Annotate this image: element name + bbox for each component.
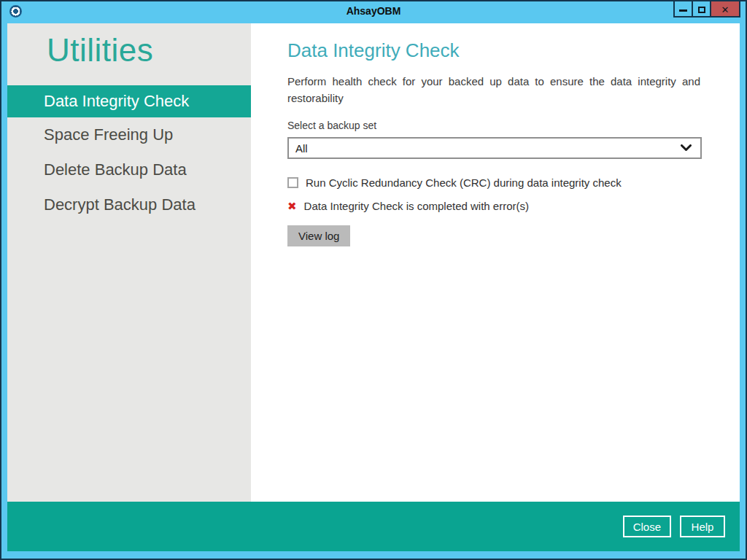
sidebar-item-delete-backup-data[interactable]: Delete Backup Data [7, 152, 251, 187]
content-title: Data Integrity Check [287, 39, 702, 62]
maximize-button[interactable] [692, 0, 711, 18]
backup-set-select[interactable]: All [287, 137, 702, 159]
sidebar-nav: Data Integrity Check Space Freeing Up De… [7, 85, 251, 222]
status-message: Data Integrity Check is completed with e… [304, 200, 529, 212]
minimize-icon [679, 9, 687, 12]
backup-set-selected-value: All [295, 142, 308, 155]
close-button[interactable]: Close [623, 516, 671, 537]
content-description: Perform health check for your backed up … [287, 74, 700, 106]
help-button[interactable]: Help [680, 516, 725, 537]
crc-checkbox-row: Run Cyclic Redundancy Check (CRC) during… [287, 176, 702, 189]
app-window: AhsayOBM ✕ Utilities Data Integrity Chec… [0, 0, 747, 560]
crc-checkbox[interactable] [287, 177, 298, 188]
main-frame: Utilities Data Integrity Check Space Fre… [7, 23, 740, 551]
close-window-button[interactable]: ✕ [710, 0, 740, 18]
status-row: ✖ Data Integrity Check is completed with… [287, 200, 702, 212]
titlebar: AhsayOBM ✕ [1, 1, 746, 22]
maximize-icon [698, 7, 705, 13]
crc-checkbox-label: Run Cyclic Redundancy Check (CRC) during… [306, 176, 622, 189]
sidebar-item-label: Space Freeing Up [44, 125, 173, 144]
minimize-button[interactable] [673, 0, 693, 18]
sidebar-item-label: Delete Backup Data [44, 160, 187, 179]
sidebar-item-decrypt-backup-data[interactable]: Decrypt Backup Data [7, 187, 251, 222]
page-title: Utilities [47, 32, 251, 69]
close-icon: ✕ [721, 4, 729, 15]
view-log-button[interactable]: View log [287, 225, 350, 246]
sidebar-item-data-integrity-check[interactable]: Data Integrity Check [7, 85, 251, 117]
window-controls: ✕ [675, 0, 740, 18]
backup-set-label: Select a backup set [287, 120, 702, 131]
sidebar-item-label: Data Integrity Check [44, 92, 189, 111]
sidebar-item-space-freeing-up[interactable]: Space Freeing Up [7, 117, 251, 152]
footer-bar: Close Help [7, 502, 740, 551]
content-panel: Data Integrity Check Perform health chec… [251, 23, 740, 502]
window-title: AhsayOBM [1, 1, 746, 21]
sidebar: Utilities Data Integrity Check Space Fre… [7, 23, 251, 502]
chevron-down-icon [681, 144, 692, 152]
sidebar-item-label: Decrypt Backup Data [44, 195, 196, 214]
error-x-icon: ✖ [287, 201, 297, 211]
